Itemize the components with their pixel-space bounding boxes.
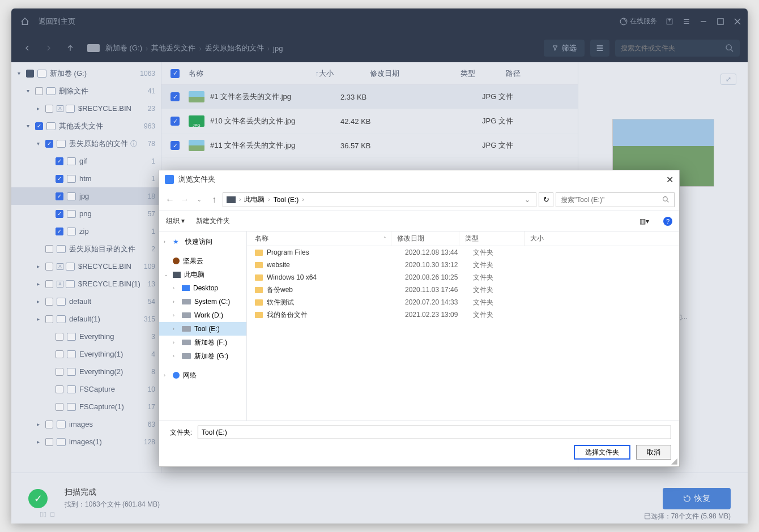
dialog-forward-icon[interactable]: → [178,194,191,206]
tree-item[interactable]: ▾删除文件41 [11,82,161,100]
tree-item[interactable]: ·✓png57 [11,205,161,222]
tree-item[interactable]: ▸A$RECYCLE.BIN23 [11,100,161,117]
dialog-close-icon[interactable]: ✕ [666,174,673,185]
tree-item[interactable]: ·✓jpg18 [11,187,161,205]
dialog-tree-item[interactable]: 坚果云 [159,254,246,268]
filter-label: 筛选 [562,43,577,53]
nav-up-icon[interactable] [62,40,78,56]
breadcrumb-seg[interactable]: jpg [273,44,283,53]
col-path[interactable]: 路径 [506,68,569,79]
dl-col-size[interactable]: 大小 [525,234,679,243]
home-icon[interactable] [17,14,33,29]
dialog-tree-item[interactable]: ›新加卷 (G:) [159,349,246,363]
help-icon[interactable]: ? [663,217,672,226]
tree-item[interactable]: ·FSCapture(1)17 [11,398,161,415]
footer: ✓ 扫描完成 找到：1063个文件 (601.84 MB) 恢复 已选择：78个… [11,473,748,524]
dialog-tree-item[interactable]: ›Desktop [159,281,246,295]
nav-back-icon[interactable] [19,40,35,56]
file-row[interactable]: ✓#1 文件名丢失的文件.jpg2.33 KBJPG 文件 [161,85,578,109]
breadcrumb-drive[interactable]: 新加卷 (G:) [105,43,142,53]
tree-item[interactable]: ·Everything(1)4 [11,345,161,363]
file-row[interactable]: ✓#10 文件名丢失的文件.jpg42.42 KBJPG 文件 [161,109,578,134]
col-type[interactable]: 类型 [460,68,506,79]
tree-item[interactable]: ·Everything3 [11,328,161,345]
minimize-icon[interactable] [699,17,708,26]
svg-point-0 [620,18,627,25]
tree-item[interactable]: ▸A$RECYCLE.BIN109 [11,258,161,275]
dialog-tree[interactable]: ›★快速访问坚果云⌄此电脑›Desktop›System (C:)›Work (… [159,231,247,421]
tree-item[interactable]: ▸A$RECYCLE.BIN(1)13 [11,275,161,293]
tree-item[interactable]: ▾新加卷 (G:)1063 [11,65,161,82]
cancel-button[interactable]: 取消 [636,445,671,460]
dialog-folder-row[interactable]: website2020.10.30 13:12文件夹 [247,259,679,271]
new-folder-button[interactable]: 新建文件夹 [196,216,230,226]
pause-controls[interactable]: ▯▯ ◻ [40,510,55,518]
dl-col-date[interactable]: 修改日期 [391,231,459,246]
dialog-tree-item[interactable]: ›System (C:) [159,295,246,308]
tree-item[interactable]: ·丢失原始目录的文件2 [11,240,161,258]
done-icon: ✓ [28,489,48,508]
dialog-tree-item[interactable]: ›新加卷 (F:) [159,336,246,349]
online-service[interactable]: 在线服务 [620,16,657,26]
dialog-folder-row[interactable]: 软件测试2020.07.20 14:33文件夹 [247,296,679,308]
folder-input[interactable] [198,426,671,439]
filter-button[interactable]: 筛选 [544,40,585,57]
tree-item[interactable]: ▸images(1)128 [11,433,161,451]
breadcrumb-seg[interactable]: 丢失原始名的文件 [205,43,264,53]
dialog-tree-item[interactable]: ›网络 [159,368,246,382]
breadcrumb: 新加卷 (G:)› 其他丢失文件› 丢失原始名的文件› jpg [87,43,283,53]
tree-item[interactable]: ▾✓丢失原始名的文件ⓘ78 [11,135,161,152]
col-date[interactable]: 修改日期 [370,68,460,79]
tree-item[interactable]: ·✓htm1 [11,170,161,187]
dialog-tree-item[interactable]: ›Work (D:) [159,308,246,322]
dialog-tree-item[interactable]: ›Tool (E:) [159,322,246,336]
tree-item[interactable]: ·FSCapture10 [11,380,161,398]
view-toggle-button[interactable] [590,40,609,57]
preview-expand[interactable]: ⤢ [720,74,736,85]
file-row[interactable]: ✓#11 文件名丢失的文件.jpg36.57 KBJPG 文件 [161,134,578,158]
dialog-path-current[interactable]: Tool (E:) [274,196,299,204]
dialog-recent-icon[interactable]: ⌄ [193,194,206,206]
organize-button[interactable]: 组织 ▾ [166,216,185,226]
tree-item[interactable]: ▸default(1)315 [11,310,161,328]
menu-icon[interactable] [682,17,691,26]
dl-col-name[interactable]: 名称˄ [247,231,391,246]
dialog-search[interactable] [556,192,675,207]
breadcrumb-seg[interactable]: 其他丢失文件 [151,43,195,53]
tree-item[interactable]: ▸images63 [11,415,161,433]
select-folder-button[interactable]: 选择文件夹 [574,445,630,460]
dialog-folder-row[interactable]: Program Files2020.12.08 13:44文件夹 [247,246,679,259]
dialog-tree-item[interactable]: ›★快速访问 [159,235,246,248]
dialog-tree-item[interactable]: ⌄此电脑 [159,268,246,281]
dialog-search-input[interactable] [561,196,662,204]
col-name[interactable]: 名称↑ [189,68,319,79]
tree-item[interactable]: ·✓zip1 [11,222,161,240]
back-home-link[interactable]: 返回到主页 [39,16,75,27]
dialog-folder-row[interactable]: Windows 10 x642020.08.26 10:25文件夹 [247,271,679,284]
search-input[interactable] [621,44,725,52]
sidebar-tree[interactable]: ▾新加卷 (G:)1063▾删除文件41▸A$RECYCLE.BIN23▾✓其他… [11,62,161,473]
resize-handle[interactable]: ◢ [671,458,678,465]
maximize-icon[interactable] [716,17,725,26]
share-icon[interactable] [665,17,674,26]
dialog-path-dropdown-icon[interactable]: ⌄ [522,196,532,204]
dl-col-type[interactable]: 类型 [459,231,525,246]
tree-item[interactable]: ·Everything(2)8 [11,363,161,380]
dialog-path-root[interactable]: 此电脑 [244,195,265,204]
dialog-view-icon[interactable]: ▥▾ [639,217,652,225]
dialog-back-icon[interactable]: ← [164,194,176,206]
select-all-checkbox[interactable]: ✓ [170,69,180,78]
dialog-path[interactable]: › 此电脑 › Tool (E:) › ⌄ [223,192,536,207]
dialog-refresh-icon[interactable]: ↻ [539,192,553,207]
search-box[interactable] [615,40,740,57]
col-size[interactable]: 大小 [319,68,370,79]
tree-item[interactable]: ·✓gif1 [11,152,161,170]
dialog-folder-row[interactable]: 我的备份文件2021.02.23 13:09文件夹 [247,308,679,321]
tree-item[interactable]: ▾✓其他丢失文件963 [11,117,161,135]
restore-button[interactable]: 恢复 [663,488,731,509]
tree-item[interactable]: ▸default54 [11,293,161,310]
dialog-folder-row[interactable]: 备份web2020.11.03 17:46文件夹 [247,284,679,296]
close-icon[interactable] [733,17,742,26]
nav-forward-icon[interactable] [41,40,57,56]
dialog-up-icon[interactable]: ↑ [208,194,220,206]
